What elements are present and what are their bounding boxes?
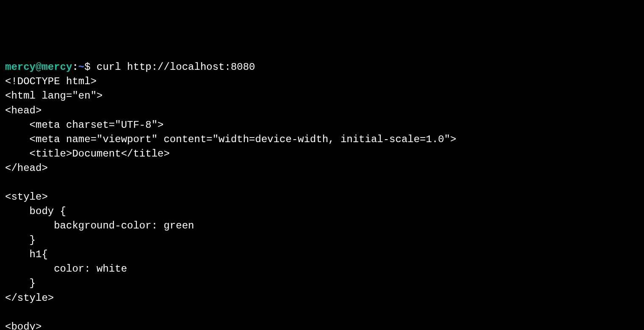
prompt-sigil: $ [84, 61, 90, 73]
command-text: curl http://localhost:8080 [97, 61, 255, 73]
output-line: color: white [5, 263, 127, 275]
output-line: <!DOCTYPE html> [5, 76, 97, 87]
output-line: <style> [5, 191, 48, 203]
prompt-separator: : [72, 61, 78, 73]
output-line: <title>Document</title> [5, 148, 170, 160]
prompt-cwd: ~ [78, 61, 84, 73]
output-line: </style> [5, 292, 54, 304]
output-line: } [5, 278, 36, 289]
terminal[interactable]: mercy@mercy:~$ curl http://localhost:808… [5, 60, 639, 330]
output-line: <body> [5, 321, 41, 330]
output-line: } [5, 234, 36, 246]
output-line: </head> [5, 162, 48, 174]
output-line: <html lang="en"> [5, 90, 102, 102]
output-line: <head> [5, 105, 41, 116]
output-line: <meta name="viewport" content="width=dev… [5, 134, 456, 145]
prompt-line-1: mercy@mercy:~$ curl http://localhost:808… [5, 61, 255, 73]
output-line: background-color: green [5, 220, 194, 231]
output-line: <meta charset="UTF-8"> [5, 119, 163, 131]
output-line: body { [5, 206, 66, 217]
output-line: h1{ [5, 249, 48, 260]
prompt-user-host: mercy@mercy [5, 61, 72, 73]
